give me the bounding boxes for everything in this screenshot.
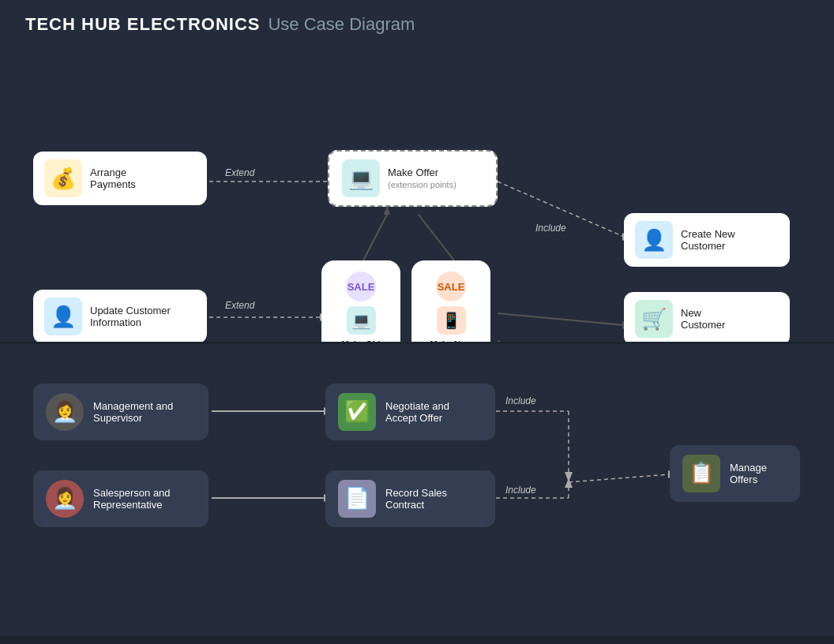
header-title-bold: TECH HUB ELECTRONICS xyxy=(25,14,260,35)
sale-badge-new: SALE xyxy=(436,271,466,301)
update-customer-node: 👤 Update CustomerInformation xyxy=(33,290,207,343)
negotiate-offer-node: ✅ Negotiate andAccept Offer xyxy=(325,384,495,440)
create-customer-icon: 👤 xyxy=(635,221,673,259)
create-new-customer-node: 👤 Create NewCustomer xyxy=(624,213,790,267)
arrange-payments-icon: 💰 xyxy=(44,159,82,197)
header-title-light: Use Case Diagram xyxy=(268,14,415,35)
svg-line-6 xyxy=(419,215,454,260)
svg-line-7 xyxy=(498,313,624,325)
top-section: Extend Extend Include 💰 ArrangePayments … xyxy=(0,49,834,344)
new-customer-icon: 🛒 xyxy=(635,300,673,338)
arrange-payments-node: 💰 ArrangePayments xyxy=(33,152,207,205)
make-new-offer-icon: 📱 xyxy=(437,306,466,335)
svg-marker-24 xyxy=(565,478,573,488)
negotiate-icon: ✅ xyxy=(338,393,376,431)
extend-label-1: Extend xyxy=(225,167,254,178)
salesperson-icon: 👩‍💼 xyxy=(46,480,84,518)
svg-line-11 xyxy=(498,341,624,342)
make-old-offer-icon: 💻 xyxy=(347,306,376,335)
new-customer-label: NewCustomer xyxy=(681,307,725,331)
make-new-offer-node: SALE 📱 Make NewCustomerOffer xyxy=(411,260,490,344)
include-label-1: Include xyxy=(535,223,566,234)
record-sales-label: Record SalesContract xyxy=(385,487,447,511)
svg-line-4 xyxy=(363,215,387,260)
management-supervisor-node: 👩‍💼 Management andSupervisor xyxy=(33,384,208,440)
create-customer-label: Create NewCustomer xyxy=(681,228,735,252)
update-customer-icon: 👤 xyxy=(44,298,82,335)
make-offer-label: Make Offer(extension points) xyxy=(388,167,456,190)
svg-marker-21 xyxy=(565,472,573,482)
header: TECH HUB ELECTRONICS Use Case Diagram xyxy=(0,0,834,49)
make-offer-ext-node: 💻 Make Offer(extension points) xyxy=(328,150,498,207)
make-offer-icon: 💻 xyxy=(342,159,380,197)
svg-line-25 xyxy=(569,474,670,482)
management-icon: 👩‍💼 xyxy=(46,393,84,431)
include-label-bottom-1: Include xyxy=(505,395,536,406)
salesperson-label: Salesperson andRepresentative xyxy=(93,487,171,511)
salesperson-node: 👩‍💼 Salesperson andRepresentative xyxy=(33,470,208,527)
manage-offers-label: ManageOffers xyxy=(730,462,767,485)
manage-offers-node: 📋 ManageOffers xyxy=(670,445,800,502)
extend-label-2: Extend xyxy=(225,300,254,311)
update-customer-label: Update CustomerInformation xyxy=(90,305,171,328)
bottom-section: Include Include 👩‍💼 Management andSuperv… xyxy=(0,344,834,637)
make-old-offer-node: SALE 💻 Make OldCustomerOffer xyxy=(321,260,400,344)
record-sales-icon: 📄 xyxy=(338,480,376,518)
arrange-payments-label: ArrangePayments xyxy=(90,167,136,190)
manage-offers-icon: 📋 xyxy=(682,455,720,492)
negotiate-label: Negotiate andAccept Offer xyxy=(385,400,449,424)
record-sales-node: 📄 Record SalesContract xyxy=(325,470,495,527)
main-content: Extend Extend Include 💰 ArrangePayments … xyxy=(0,49,834,636)
new-customer-node: 🛒 NewCustomer xyxy=(624,292,790,344)
sale-badge-old: SALE xyxy=(346,271,376,301)
management-label: Management andSupervisor xyxy=(93,400,173,424)
include-label-bottom-2: Include xyxy=(505,485,536,496)
